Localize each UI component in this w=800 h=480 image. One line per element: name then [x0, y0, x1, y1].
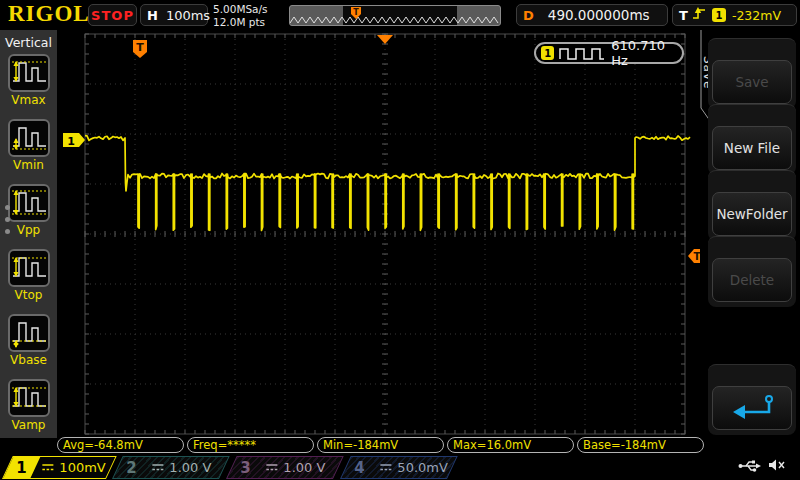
trigger-position-marker: T — [133, 40, 147, 58]
sidebar-item-vbase[interactable]: Vbase — [0, 314, 57, 367]
measure-menu: Vertical VmaxVminVppVtopVbaseVamp — [0, 30, 57, 438]
sidebar-item-label: Vamp — [0, 418, 57, 432]
oscilloscope-screen: T1T RIGOL STOP H 100ms 5.00MSa/s 12.0M p… — [0, 0, 800, 480]
delay-prefix: D — [523, 8, 534, 23]
softkey-label: New File — [724, 140, 780, 156]
save-menu: Save SaveNew FileNewFolderDelete — [700, 30, 800, 455]
channel-3-status[interactable]: 31.00 V — [226, 456, 344, 479]
vtop-icon — [8, 249, 50, 287]
dc-coupling-icon — [265, 460, 278, 475]
freq-counter-source-badge: 1 — [541, 46, 554, 60]
channel-number: 4 — [355, 459, 365, 477]
measurement-readout: Base=-184mV — [577, 437, 704, 453]
svg-text:T: T — [136, 41, 144, 54]
run-state-label: STOP — [91, 8, 134, 23]
sidebar-item-label: Vmax — [0, 93, 57, 107]
return-arrow-icon — [727, 393, 777, 424]
delete-button[interactable]: Delete — [712, 258, 792, 302]
svg-text:1: 1 — [67, 135, 75, 148]
delay-box[interactable]: D 490.000000ms — [516, 4, 668, 26]
measure-menu-title: Vertical — [0, 30, 57, 50]
delay-value: 490.000000ms — [548, 7, 650, 23]
ch1-waveform-trace — [85, 136, 690, 231]
channel-number: 3 — [241, 459, 251, 477]
memory-depth: 12.0M pts — [213, 16, 268, 29]
status-icon-area — [738, 457, 786, 476]
channel-scale: 1.00 V — [169, 460, 211, 475]
scope-display: T1T — [0, 0, 800, 480]
page-indicator-dot — [5, 229, 10, 234]
trigger-level-value: -232mV — [732, 8, 781, 23]
sidebar-item-vamp[interactable]: Vamp — [0, 379, 57, 432]
vamp-icon — [8, 379, 50, 417]
page-indicator-dot — [5, 217, 10, 222]
softkey-label: Save — [735, 74, 768, 90]
softkey-label: NewFolder — [716, 206, 787, 222]
sidebar-item-label: Vmin — [0, 158, 57, 172]
channel-scale: 1.00 V — [283, 460, 325, 475]
measurement-readout: Avg=-64.8mV — [57, 437, 184, 453]
save-button[interactable]: Save — [712, 60, 792, 104]
frequency-counter-badge: 1 610.710 Hz — [534, 42, 684, 64]
freq-counter-value: 610.710 Hz — [611, 38, 682, 68]
trigger-box[interactable]: T 1 -232mV — [672, 4, 797, 26]
back-button[interactable] — [712, 386, 792, 430]
sidebar-item-vmax[interactable]: Vmax — [0, 54, 57, 107]
speaker-muted-icon — [768, 457, 786, 476]
channel-number: 2 — [127, 459, 137, 477]
measurement-readout: Min=-184mV — [317, 437, 444, 453]
vpp-icon — [8, 184, 50, 222]
square-wave-icon — [559, 46, 605, 61]
channel1-ground-marker: 1 — [63, 133, 85, 148]
sample-rate: 5.00MSa/s — [213, 3, 268, 16]
vmin-icon — [8, 119, 50, 157]
dc-coupling-icon — [151, 460, 164, 475]
channel-1-status[interactable]: 1100mV — [2, 456, 117, 479]
usb-icon — [738, 457, 761, 476]
memory-trigger-marker: T — [351, 7, 361, 19]
timebase-prefix: H — [147, 8, 158, 23]
svg-text:T: T — [353, 8, 359, 17]
new-file-button[interactable]: New File — [712, 126, 792, 170]
dc-coupling-icon — [41, 460, 54, 475]
trigger-source-badge: 1 — [712, 8, 726, 22]
dc-coupling-icon — [379, 460, 392, 475]
channel-scale: 100mV — [59, 460, 105, 475]
run-state-indicator[interactable]: STOP — [88, 4, 137, 26]
vbase-icon — [8, 314, 50, 352]
timebase-box[interactable]: H 100ms — [140, 4, 208, 26]
sidebar-item-vtop[interactable]: Vtop — [0, 249, 57, 302]
channel-2-status[interactable]: 21.00 V — [112, 456, 230, 479]
channel-number: 1 — [17, 459, 27, 477]
brand-logo: RIGOL — [8, 1, 90, 27]
measurement-readout: Max=16.0mV — [447, 437, 574, 453]
window-center-marker — [377, 35, 393, 44]
channel-4-status[interactable]: 450.0mV — [340, 456, 458, 479]
trigger-prefix: T — [679, 8, 688, 23]
measurement-readout: Freq=***** — [187, 437, 314, 453]
sidebar-item-vmin[interactable]: Vmin — [0, 119, 57, 172]
vmax-icon — [8, 54, 50, 92]
memory-position-bar[interactable]: T — [289, 5, 501, 26]
rising-edge-icon — [692, 6, 707, 25]
softkey-label: Delete — [730, 272, 774, 288]
sidebar-item-label: Vbase — [0, 353, 57, 367]
sidebar-item-label: Vtop — [0, 288, 57, 302]
page-indicator-dot — [5, 205, 10, 210]
timebase-value: 100ms — [166, 8, 210, 23]
newfolder-button[interactable]: NewFolder — [712, 192, 792, 236]
channel-scale: 50.0mV — [397, 460, 448, 475]
acquisition-info: 5.00MSa/s 12.0M pts — [213, 3, 268, 28]
